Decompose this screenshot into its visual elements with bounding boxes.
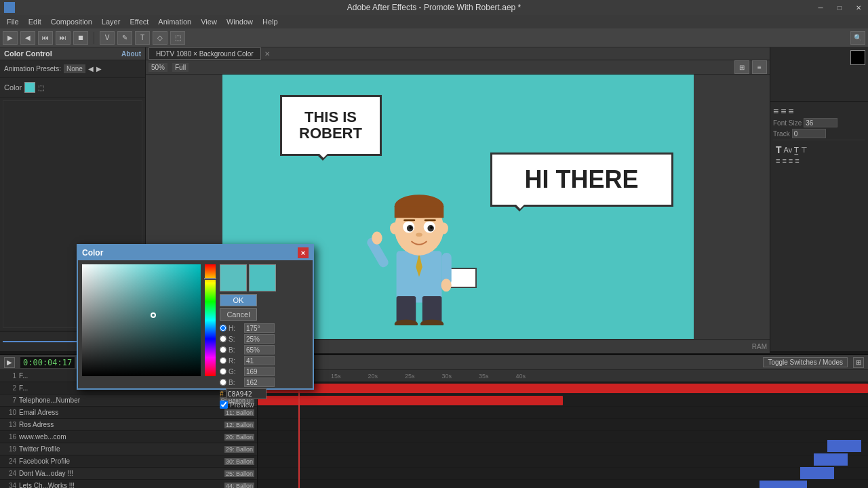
hue-slider[interactable]: [205, 264, 216, 376]
presets-value[interactable]: None: [64, 64, 85, 73]
toolbar-btn-4[interactable]: ⏭: [56, 31, 71, 45]
menu-composition[interactable]: Composition: [47, 16, 96, 27]
text-icon-1[interactable]: T̲: [794, 146, 799, 155]
toolbar-search[interactable]: 🔍: [850, 31, 865, 45]
g-radio[interactable]: [220, 368, 226, 375]
color-dialog-title-text: Color: [82, 248, 103, 258]
brightness-row: B:: [220, 345, 276, 354]
close-button[interactable]: ✕: [849, 0, 868, 15]
cancel-button[interactable]: Cancel: [220, 308, 257, 321]
text-T-label: T: [776, 144, 782, 155]
minimize-button[interactable]: ─: [811, 0, 830, 15]
maximize-button[interactable]: □: [830, 0, 849, 15]
layer-row-24: 24 Facebook Profile 30: Ballon: [0, 455, 257, 468]
svg-rect-25: [827, 440, 861, 452]
tab-close-icon[interactable]: ✕: [264, 50, 270, 58]
hue-radio[interactable]: [220, 325, 226, 331]
layer-10-tag: 11: Ballon: [224, 409, 254, 416]
text-icon-2[interactable]: ⊤: [801, 146, 808, 155]
layer-13-tag: 12: Ballon: [224, 422, 254, 428]
presets-arrow-left[interactable]: ◀: [88, 65, 94, 73]
menu-animation[interactable]: Animation: [154, 16, 195, 27]
foreground-color-swatch[interactable]: [850, 50, 865, 65]
b2-label: B:: [229, 379, 242, 386]
g-label: G:: [229, 368, 242, 375]
grid-btn[interactable]: ⊞: [734, 60, 749, 74]
menu-window[interactable]: Window: [222, 16, 257, 27]
comp-tab-main[interactable]: HDTV 1080 × Background Color: [149, 47, 261, 60]
bright-radio[interactable]: [220, 346, 226, 353]
timeline-play-btn[interactable]: ▶: [4, 357, 15, 368]
presets-arrow-right[interactable]: ▶: [96, 65, 102, 73]
rpc-row-1: ≡ ≡ ≡: [773, 106, 865, 117]
zoom-value[interactable]: 50%: [149, 63, 167, 72]
tracking-input[interactable]: [792, 129, 826, 138]
r-input[interactable]: [244, 356, 275, 365]
color-dialog-close-button[interactable]: ×: [298, 247, 309, 258]
font-size-input[interactable]: [804, 118, 837, 127]
resolution-value[interactable]: Full: [172, 63, 189, 72]
align-center-icon[interactable]: ≡: [781, 106, 786, 117]
b-input[interactable]: [244, 345, 275, 354]
toolbar-btn-3[interactable]: ⏮: [38, 31, 53, 45]
align-right-icon[interactable]: ≡: [788, 106, 793, 117]
menu-file[interactable]: File: [3, 16, 23, 27]
timeline-tracks: 5s 10s 15s 20s 25s 30s 35s 40s: [258, 370, 868, 488]
preview-checkbox[interactable]: [220, 401, 228, 409]
layer-row-10: 10 Email Adress 11: Ballon: [0, 407, 257, 419]
toolbar-btn-2[interactable]: ◀: [20, 31, 35, 45]
text-icon-6[interactable]: ≡: [795, 157, 799, 165]
s-input[interactable]: [244, 334, 275, 344]
text-tool-section: T Av T̲ ⊤ ≡ ≡ ≡ ≡: [773, 140, 865, 169]
color-gradient-overlay: [82, 264, 201, 376]
sat-radio[interactable]: [220, 336, 226, 342]
svg-rect-17: [424, 219, 435, 221]
hex-input[interactable]: [226, 388, 267, 399]
menu-edit[interactable]: Edit: [24, 16, 45, 27]
toolbar-btn-6[interactable]: V: [100, 31, 115, 45]
color-swatch[interactable]: [24, 82, 35, 93]
svg-rect-2: [396, 296, 416, 322]
svg-rect-9: [394, 206, 443, 218]
text-icon-3[interactable]: ≡: [776, 157, 780, 165]
toolbar-btn-1[interactable]: ▶: [3, 31, 18, 45]
toolbar-btn-9[interactable]: ◇: [153, 31, 167, 45]
layer-34-tag: 44: Ballon: [224, 483, 254, 489]
ok-button[interactable]: OK: [220, 294, 257, 306]
b2-radio[interactable]: [220, 379, 226, 386]
color-gradient-picker[interactable]: [82, 264, 201, 376]
guides-btn[interactable]: ≡: [752, 60, 767, 74]
text-icon-5[interactable]: ≡: [789, 157, 793, 165]
text-icon-4[interactable]: ≡: [782, 157, 786, 165]
r-radio[interactable]: [220, 357, 226, 364]
color-control-header: Color Control About: [0, 47, 145, 60]
menu-help[interactable]: Help: [258, 16, 282, 27]
svg-point-24: [441, 279, 451, 291]
toolbar-btn-7[interactable]: ✎: [117, 31, 132, 45]
toolbar-btn-10[interactable]: ⬚: [170, 31, 185, 45]
toolbar-btn-8[interactable]: T: [135, 31, 150, 45]
toolbar-btn-5[interactable]: ⏹: [73, 31, 88, 45]
right-panel: ≡ ≡ ≡ Font Size Track T Av T̲ ⊤: [770, 47, 868, 351]
dialog-buttons: OK Cancel: [220, 294, 276, 321]
animation-presets-section: Animation Presets: None ◀ ▶: [0, 60, 145, 78]
toggle-switch-btn[interactable]: Toggle Switches / Modes: [763, 357, 848, 367]
about-link[interactable]: About: [121, 50, 141, 58]
align-left-icon[interactable]: ≡: [773, 106, 778, 117]
track-bar-1: [258, 384, 868, 393]
menu-view[interactable]: View: [197, 16, 221, 27]
hex-symbol: #: [220, 390, 224, 398]
h-input[interactable]: [244, 323, 275, 333]
color-dialog-title-bar[interactable]: Color ×: [78, 245, 313, 260]
composition-tabs: HDTV 1080 × Background Color ✕: [146, 47, 770, 60]
b2-input[interactable]: [244, 378, 275, 387]
presets-label: Animation Presets:: [4, 65, 61, 73]
tracks-body: [258, 382, 868, 488]
g-input[interactable]: [244, 367, 275, 376]
menu-layer[interactable]: Layer: [98, 16, 125, 27]
menu-effect[interactable]: Effect: [125, 16, 153, 27]
rpc-row-2: Font Size: [773, 118, 865, 127]
color-swatch-icon[interactable]: ⬚: [38, 84, 44, 92]
expand-btn[interactable]: ⊞: [853, 357, 864, 368]
tick-30: 30s: [442, 373, 452, 380]
